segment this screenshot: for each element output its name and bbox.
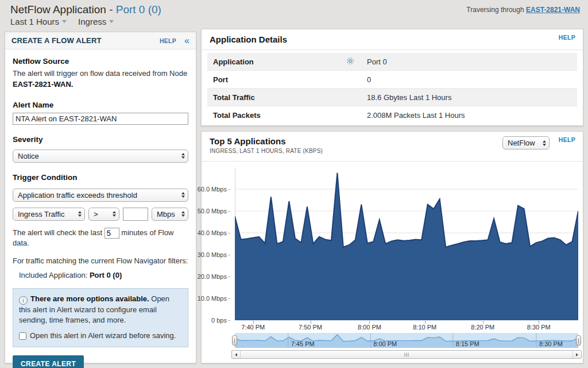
y-axis-label: 60.0 Mbps (198, 186, 227, 193)
scrubber-left-handle[interactable] (232, 335, 237, 346)
row-label: Total Traffic (207, 93, 346, 102)
y-axis-label: 30.0 Mbps (198, 251, 227, 258)
operator-select[interactable]: > (88, 208, 119, 221)
x-axis-label: 8:10 PM (413, 324, 436, 331)
scrollbar-grip[interactable] (405, 352, 409, 356)
scrubber-time-label: 8:30 PM (539, 340, 563, 347)
netflow-source-sentence: The alert will trigger on flow data rece… (13, 69, 187, 78)
metric-select-value: Ingress Traffic (18, 210, 64, 218)
scrubber-right-handle[interactable] (576, 335, 581, 346)
check-text-before: The alert will check the last (13, 228, 102, 237)
flow-alert-panel: CREATE A FLOW ALERT HELP « Netflow Sourc… (5, 32, 196, 363)
row-value: Port 0 (367, 57, 387, 66)
select-arrows-icon (181, 192, 185, 198)
included-value: Port 0 (0) (90, 271, 122, 279)
gear-icon[interactable] (346, 57, 367, 67)
table-row: Application Port 0 (207, 53, 577, 71)
select-arrows-icon (543, 140, 546, 146)
create-alert-button[interactable]: CREATE ALERT (13, 355, 84, 368)
x-axis-label: 8:30 PM (527, 324, 551, 331)
select-arrows-icon (181, 211, 185, 217)
x-axis-label: 7:50 PM (299, 324, 322, 331)
info-icon: i (19, 296, 28, 305)
chart-y-axis: 60.0 Mbps50.0 Mbps40.0 Mbps30.0 Mbps20.0… (202, 167, 231, 320)
page-header: NetFlow Application - Port 0 (0) Last 1 … (0, 0, 588, 29)
time-range-scrubber[interactable]: 7:45 PM8:00 PM8:15 PM8:30 PM (235, 333, 578, 348)
y-axis-tick (228, 233, 230, 233)
chevron-down-icon (109, 20, 114, 23)
flow-alert-title: CREATE A FLOW ALERT (11, 36, 160, 45)
y-axis-label: 50.0 Mbps (198, 208, 227, 214)
scrubber-time-label: 7:45 PM (291, 340, 315, 347)
traffic-area-chart (235, 167, 578, 320)
x-axis-label: 8:00 PM (358, 324, 381, 331)
chart-x-axis: 7:40 PM7:50 PM8:00 PM8:10 PM8:20 PM8:30 … (235, 321, 578, 332)
severity-heading: Severity (13, 135, 188, 144)
netflow-source-node: EAST-2821-WAN. (13, 80, 73, 89)
page-title: NetFlow Application - Port 0 (0) (10, 3, 161, 16)
included-label: Included Application: (19, 271, 87, 279)
scrubber-time-label: 8:15 PM (456, 340, 479, 347)
page-title-link[interactable]: Port 0 (0) (116, 3, 161, 16)
y-axis-label: 0 bps (211, 317, 227, 324)
threshold-input[interactable] (123, 208, 148, 221)
time-range-value: Last 1 Hours (10, 17, 59, 26)
select-arrows-icon (78, 211, 82, 217)
trigger-condition-value: Application traffic exceeds threshold (18, 191, 137, 200)
severity-select[interactable]: Notice (13, 150, 188, 163)
netflow-source-text: The alert will trigger on flow data rece… (13, 68, 188, 90)
check-minutes-input[interactable] (105, 228, 119, 239)
top-applications-help-link[interactable]: HELP (559, 136, 575, 143)
netflow-source-heading: Netflow Source (13, 57, 188, 66)
y-axis-tick (228, 211, 230, 212)
flow-source-select[interactable]: NetFlow (502, 136, 550, 150)
y-axis-label: 40.0 Mbps (198, 229, 227, 236)
scroll-right-arrow[interactable] (572, 351, 581, 358)
chevron-down-icon (62, 20, 67, 23)
trigger-condition-select[interactable]: Application traffic exceeds threshold (13, 189, 188, 202)
flow-source-select-value: NetFlow (508, 139, 535, 147)
info-box: iThere are more options available. Open … (13, 288, 188, 348)
traversing-info: Traversing through EAST-2821-WAN (466, 6, 580, 14)
filters-text: For traffic matching the current Flow Na… (13, 256, 188, 265)
flow-alert-panel-header: CREATE A FLOW ALERT HELP « (5, 32, 196, 49)
alert-name-input[interactable] (13, 113, 188, 125)
scrubber-time-label: 8:00 PM (373, 340, 397, 347)
traversing-label: Traversing through (466, 6, 524, 14)
row-label: Total Packets (207, 111, 346, 120)
operator-select-value: > (94, 210, 98, 218)
open-wizard-checkbox[interactable] (19, 332, 26, 340)
unit-select[interactable]: Mbps (152, 208, 188, 221)
severity-select-value: Notice (18, 152, 39, 160)
x-axis-label: 8:20 PM (471, 324, 494, 331)
select-arrows-icon (113, 211, 116, 217)
select-arrows-icon (181, 153, 185, 159)
metric-select[interactable]: Ingress Traffic (13, 208, 85, 221)
row-value: 2.008M Packets Last 1 Hours (367, 111, 465, 120)
included-application-line: Included Application: Port 0 (0) (13, 271, 188, 279)
scroll-left-arrow[interactable] (232, 351, 241, 358)
application-details-help-link[interactable]: HELP (559, 34, 575, 41)
alert-name-heading: Alert Name (13, 101, 188, 109)
x-axis-label: 7:40 PM (241, 324, 265, 331)
row-value: 18.6 Gbytes Last 1 Hours (367, 93, 451, 102)
row-value: 0 (367, 75, 371, 84)
direction-dropdown[interactable]: Ingress (78, 17, 114, 26)
flow-alert-help-link[interactable]: HELP (160, 37, 176, 44)
table-row: Port 0 (207, 71, 577, 89)
chart-scrollbar[interactable] (231, 350, 582, 359)
unit-select-value: Mbps (157, 210, 175, 218)
traversing-node-link[interactable]: EAST-2821-WAN (526, 6, 580, 14)
table-row: Total Traffic 18.6 Gbytes Last 1 Hours (207, 89, 577, 106)
collapse-panel-icon[interactable]: « (184, 36, 189, 45)
time-range-dropdown[interactable]: Last 1 Hours (10, 17, 67, 26)
y-axis-label: 10.0 Mbps (198, 295, 227, 302)
y-axis-tick (228, 277, 230, 277)
open-wizard-checkbox-label: Open this alert in Alert wizard before s… (30, 331, 176, 341)
y-axis-tick (228, 298, 230, 299)
info-box-lead: There are more options available. (30, 294, 149, 303)
page-title-text: NetFlow Application - (10, 3, 113, 16)
trigger-condition-heading: Trigger Condition (13, 173, 188, 182)
direction-value: Ingress (78, 17, 106, 26)
y-axis-tick (228, 189, 230, 190)
